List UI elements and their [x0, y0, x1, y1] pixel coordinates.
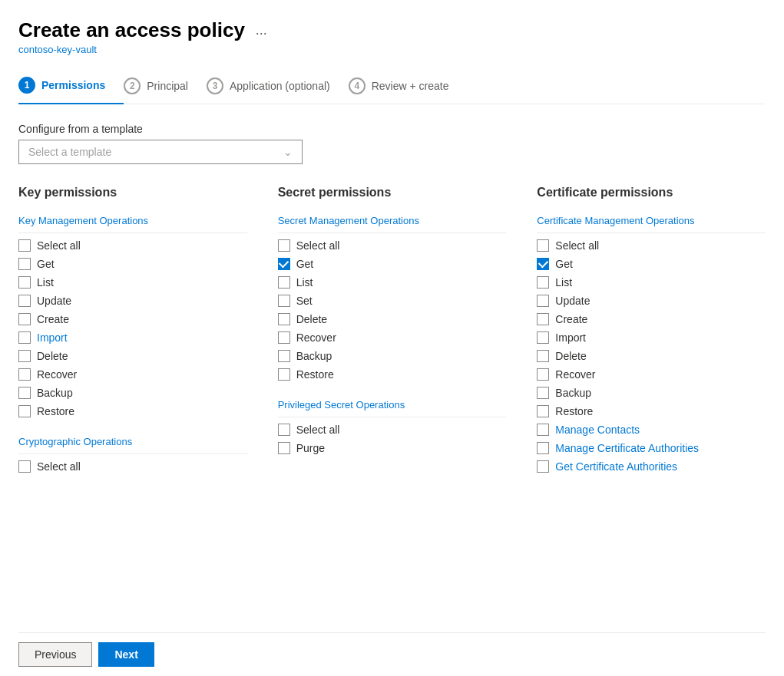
checkbox-item-2-0-3[interactable]: Update: [537, 295, 766, 307]
checkbox-1-0-3[interactable]: [278, 295, 290, 307]
checkbox-0-0-5[interactable]: [18, 331, 31, 344]
checkbox-2-0-9[interactable]: [537, 405, 549, 417]
section-title-0-0: Key Management Operations: [18, 215, 247, 226]
checkbox-0-0-8[interactable]: [18, 387, 31, 399]
checkbox-1-1-0[interactable]: [278, 424, 290, 436]
checkbox-1-0-0[interactable]: [278, 239, 290, 252]
checkbox-item-0-0-2[interactable]: List: [18, 276, 247, 289]
section-title-0-1: Cryptographic Operations: [18, 436, 247, 447]
checkbox-item-1-0-6[interactable]: Backup: [278, 350, 507, 362]
checkbox-2-0-2[interactable]: [537, 276, 549, 289]
checkbox-1-0-2[interactable]: [278, 276, 290, 289]
checkbox-0-0-0[interactable]: [18, 239, 31, 252]
checkbox-2-0-3[interactable]: [537, 295, 549, 307]
checkbox-label-2-0-8: Backup: [555, 387, 591, 399]
checkbox-item-2-0-0[interactable]: Select all: [537, 239, 766, 252]
checkbox-2-0-11[interactable]: [537, 442, 549, 454]
checkbox-item-1-0-2[interactable]: List: [278, 276, 507, 289]
checkbox-2-0-0[interactable]: [537, 239, 549, 252]
breadcrumb[interactable]: contoso-key-vault: [18, 44, 766, 55]
checkbox-label-1-0-6: Backup: [296, 350, 332, 362]
checkbox-0-0-9[interactable]: [18, 405, 31, 417]
checkbox-label-2-0-0: Select all: [555, 239, 599, 252]
permission-col-title-2: Certificate permissions: [537, 186, 766, 200]
wizard-step-4[interactable]: 4Review + create: [349, 68, 468, 104]
checkbox-1-0-4[interactable]: [278, 313, 290, 325]
checkbox-0-0-6[interactable]: [18, 350, 31, 362]
checkbox-item-0-0-8[interactable]: Backup: [18, 387, 247, 399]
permission-column-2: Certificate permissionsCertificate Manag…: [537, 186, 766, 479]
checkbox-2-0-4[interactable]: [537, 313, 549, 325]
checkbox-1-0-5[interactable]: [278, 331, 290, 344]
checkbox-item-2-0-1[interactable]: Get: [537, 258, 766, 270]
checkbox-0-0-4[interactable]: [18, 313, 31, 325]
checkbox-item-0-0-0[interactable]: Select all: [18, 239, 247, 252]
checkbox-item-1-1-0[interactable]: Select all: [278, 424, 507, 436]
checkbox-item-0-0-1[interactable]: Get: [18, 258, 247, 270]
checkbox-item-1-0-0[interactable]: Select all: [278, 239, 507, 252]
checkbox-1-1-1[interactable]: [278, 442, 290, 454]
checkbox-2-0-6[interactable]: [537, 350, 549, 362]
checkbox-1-0-7[interactable]: [278, 368, 290, 381]
divider-2-0: [537, 232, 766, 233]
checkbox-item-2-0-11[interactable]: Manage Certificate Authorities: [537, 442, 766, 454]
checkbox-item-1-0-4[interactable]: Delete: [278, 313, 507, 325]
checkbox-item-2-0-9[interactable]: Restore: [537, 405, 766, 417]
checkbox-item-2-0-2[interactable]: List: [537, 276, 766, 289]
checkbox-item-2-0-5[interactable]: Import: [537, 331, 766, 344]
checkbox-item-2-0-6[interactable]: Delete: [537, 350, 766, 362]
checkbox-label-0-1-0: Select all: [37, 460, 81, 473]
checkbox-2-0-10[interactable]: [537, 424, 549, 436]
checkbox-item-2-0-8[interactable]: Backup: [537, 387, 766, 399]
checkbox-2-0-12[interactable]: [537, 460, 549, 473]
checkbox-0-0-1[interactable]: [18, 258, 31, 270]
template-label: Configure from a template: [18, 123, 766, 135]
checkbox-item-1-1-1[interactable]: Purge: [278, 442, 507, 454]
divider-1-0: [278, 232, 507, 233]
previous-button[interactable]: Previous: [18, 642, 92, 667]
checkbox-label-0-0-9: Restore: [37, 405, 74, 417]
checkbox-label-0-0-6: Delete: [37, 350, 68, 362]
checkbox-item-1-0-5[interactable]: Recover: [278, 331, 507, 344]
checkbox-0-0-7[interactable]: [18, 368, 31, 381]
wizard-step-1[interactable]: 1Permissions: [18, 68, 124, 104]
permission-column-0: Key permissionsKey Management Operations…: [18, 186, 247, 479]
checkbox-item-0-0-7[interactable]: Recover: [18, 368, 247, 381]
checkbox-2-0-8[interactable]: [537, 387, 549, 399]
template-select-dropdown[interactable]: Select a template ⌄: [18, 140, 303, 164]
checkbox-item-0-0-4[interactable]: Create: [18, 313, 247, 325]
ellipsis-button[interactable]: ...: [253, 22, 270, 38]
step-circle-4: 4: [349, 77, 366, 94]
checkbox-item-1-0-3[interactable]: Set: [278, 295, 507, 307]
checkbox-2-0-1[interactable]: [537, 258, 549, 270]
divider-1-1: [278, 417, 507, 417]
checkbox-item-0-0-6[interactable]: Delete: [18, 350, 247, 362]
checkbox-label-2-0-4: Create: [555, 313, 587, 325]
checkbox-2-0-5[interactable]: [537, 331, 549, 344]
checkbox-0-0-2[interactable]: [18, 276, 31, 289]
next-button[interactable]: Next: [98, 642, 154, 667]
checkbox-item-0-1-0[interactable]: Select all: [18, 460, 247, 473]
checkbox-2-0-7[interactable]: [537, 368, 549, 381]
checkbox-label-1-0-7: Restore: [296, 368, 334, 381]
checkbox-label-0-0-5: Import: [37, 331, 68, 344]
checkbox-item-1-0-1[interactable]: Get: [278, 258, 507, 270]
checkbox-0-1-0[interactable]: [18, 460, 31, 473]
checkbox-item-1-0-7[interactable]: Restore: [278, 368, 507, 381]
checkbox-item-2-0-4[interactable]: Create: [537, 313, 766, 325]
checkbox-item-2-0-10[interactable]: Manage Contacts: [537, 424, 766, 436]
checkbox-label-0-0-1: Get: [37, 258, 55, 270]
wizard-step-3[interactable]: 3Application (optional): [207, 68, 349, 104]
checkbox-item-0-0-3[interactable]: Update: [18, 295, 247, 307]
step-label-2: Principal: [147, 80, 188, 92]
checkbox-item-2-0-7[interactable]: Recover: [537, 368, 766, 381]
checkbox-0-0-3[interactable]: [18, 295, 31, 307]
checkbox-label-1-0-4: Delete: [296, 313, 327, 325]
checkbox-item-0-0-9[interactable]: Restore: [18, 405, 247, 417]
wizard-step-2[interactable]: 2Principal: [124, 68, 207, 104]
permission-col-title-1: Secret permissions: [278, 186, 507, 200]
checkbox-item-0-0-5[interactable]: Import: [18, 331, 247, 344]
checkbox-1-0-1[interactable]: [278, 258, 290, 270]
checkbox-item-2-0-12[interactable]: Get Certificate Authorities: [537, 460, 766, 473]
checkbox-1-0-6[interactable]: [278, 350, 290, 362]
